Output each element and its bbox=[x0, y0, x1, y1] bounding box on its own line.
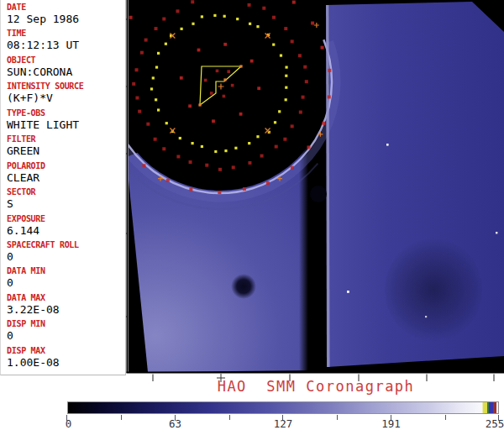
fiducial-dot bbox=[285, 75, 287, 77]
metadata-value: GREEN bbox=[7, 144, 125, 157]
metadata-label: TIME bbox=[7, 29, 125, 38]
fiducial-dot bbox=[260, 155, 264, 158]
metadata-value: CLEAR bbox=[7, 171, 125, 184]
metadata-value: 0 bbox=[7, 250, 125, 263]
metadata-entry: DISP MIN0 bbox=[7, 319, 125, 345]
metadata-label: DISP MIN bbox=[7, 319, 125, 328]
metadata-label: DATA MAX bbox=[7, 293, 125, 302]
fiducial-dot bbox=[152, 76, 155, 79]
fiducial-dot bbox=[284, 27, 287, 30]
fiducial-dot bbox=[291, 124, 294, 128]
metadata-label: INTENSITY SOURCE bbox=[7, 81, 125, 91]
dust-blob bbox=[231, 274, 256, 299]
fiducial-dot bbox=[291, 166, 294, 170]
fiducial-dot bbox=[234, 147, 237, 149]
fiducial-dot bbox=[266, 181, 270, 185]
fiducial-dot bbox=[181, 28, 183, 30]
metadata-label: OBJECT bbox=[7, 55, 125, 65]
fiducial-dot bbox=[180, 76, 183, 80]
fiducial-dot bbox=[272, 16, 276, 19]
metadata-entry: TIME08:12:13 UT bbox=[7, 29, 125, 55]
fiducial-dot bbox=[223, 43, 227, 46]
metadata-label: DISP MAX bbox=[7, 346, 125, 355]
fiducial-dot bbox=[307, 145, 310, 149]
fiducial-dot bbox=[291, 39, 294, 43]
metadata-entry: DISP MAX1.00E-08 bbox=[7, 346, 125, 372]
colorbar-tick-label: 0 bbox=[66, 418, 72, 430]
fiducial-dot bbox=[285, 87, 287, 89]
fiducial-dot bbox=[274, 121, 276, 123]
fiducial-dot bbox=[272, 44, 275, 46]
metadata-entry: SPACECRAFT ROLL0 bbox=[7, 240, 125, 266]
fiducial-dot bbox=[223, 95, 226, 98]
metadata-entry: TYPE-OBSWHITE LIGHT bbox=[7, 108, 125, 134]
fiducial-dot bbox=[155, 98, 157, 101]
metadata-entry: OBJECTSUN:CORONA bbox=[7, 55, 125, 81]
colorbar: 063127191255 bbox=[67, 401, 499, 430]
fiducial-dot bbox=[257, 87, 260, 90]
fiducial-dot bbox=[292, 1, 296, 4]
fiducial-dot bbox=[262, 7, 265, 10]
metadata-entry: DATA MIN0 bbox=[7, 266, 125, 292]
fiducial-dot bbox=[280, 54, 282, 56]
colorbar-tick-label: 255 bbox=[486, 418, 504, 430]
fiducial-dot bbox=[155, 66, 158, 68]
metadata-label: FILTER bbox=[7, 134, 125, 144]
metadata-value: 0 bbox=[7, 329, 125, 342]
fiducial-dot bbox=[212, 119, 215, 123]
image-title: HAO SMM Coronagraph bbox=[128, 379, 504, 395]
fiducial-dot bbox=[243, 187, 246, 191]
fiducial-dot bbox=[191, 142, 193, 144]
fiducial-dot bbox=[189, 160, 192, 164]
pylon-dust-blob bbox=[310, 186, 327, 202]
fiducial-dot bbox=[321, 46, 324, 50]
fiducial-dot bbox=[285, 98, 287, 101]
fiducial-dot bbox=[256, 25, 259, 28]
fiducial-dot bbox=[227, 70, 230, 73]
metadata-label: SECTOR bbox=[7, 187, 125, 197]
fiducial-dot bbox=[205, 164, 208, 167]
fiducial-dot bbox=[299, 111, 302, 114]
colorbar-tick-label: 63 bbox=[169, 418, 181, 430]
metadata-entry: POLAROIDCLEAR bbox=[7, 161, 125, 187]
fiducial-dot bbox=[165, 43, 167, 45]
fiducial-dot bbox=[165, 122, 168, 124]
region-vertex-mark bbox=[198, 103, 201, 106]
fiducial-dot bbox=[157, 108, 160, 111]
smm-image-display: { "window": {"width": 600, "height": 512… bbox=[0, 0, 504, 430]
fiducial-dot bbox=[188, 104, 192, 108]
fiducial-dot bbox=[201, 15, 203, 18]
region-vertex-mark bbox=[239, 65, 242, 67]
fiducial-dot bbox=[157, 52, 160, 55]
metadata-entry: FILTERGREEN bbox=[7, 134, 125, 160]
metadata-label: TYPE-OBS bbox=[7, 108, 125, 118]
fiducial-dot bbox=[135, 68, 139, 71]
fiducial-dot bbox=[248, 3, 251, 7]
metadata-entry: DATE12 Sep 1986 bbox=[7, 3, 125, 29]
star-speck bbox=[425, 316, 427, 317]
metadata-label: EXPOSURE bbox=[7, 214, 125, 223]
fiducial-dot bbox=[218, 191, 221, 194]
fiducial-dot bbox=[249, 23, 251, 25]
fiducial-dot bbox=[218, 168, 222, 171]
fiducial-dot bbox=[210, 92, 213, 95]
colorbar-tick-label: 191 bbox=[381, 418, 401, 430]
fiducial-dot bbox=[189, 188, 192, 191]
metadata-value: SUN:CORONA bbox=[7, 66, 125, 78]
metadata-value: WHITE LIGHT bbox=[7, 118, 125, 131]
fiducial-dot bbox=[239, 113, 243, 116]
fiducial-dot bbox=[129, 16, 133, 19]
fiducial-dot bbox=[232, 165, 235, 169]
fiducial-dot bbox=[192, 23, 194, 25]
metadata-value: 3.22E-08 bbox=[7, 303, 125, 316]
fiducial-dot bbox=[223, 15, 226, 18]
fiducial-dot bbox=[197, 49, 201, 52]
fiducial-dot bbox=[248, 161, 251, 165]
star-speck bbox=[386, 144, 389, 146]
fiducial-dot bbox=[155, 27, 158, 30]
fiducial-dot bbox=[162, 18, 165, 21]
fiducial-dot bbox=[236, 18, 239, 20]
fiducial-dot bbox=[150, 87, 153, 90]
metadata-value: 6.144 bbox=[7, 224, 125, 237]
metadata-value: S bbox=[7, 197, 125, 210]
